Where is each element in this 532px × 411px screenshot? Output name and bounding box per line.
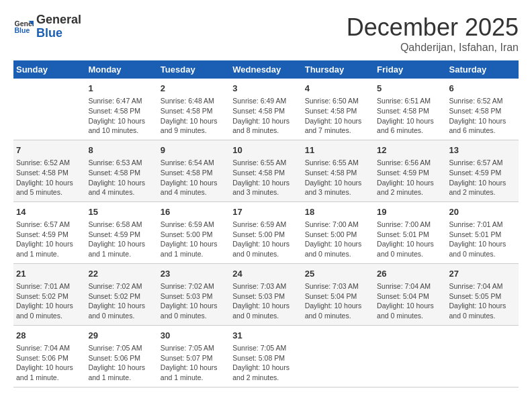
calendar-cell: 10Sunrise: 6:55 AMSunset: 4:58 PMDayligh… <box>230 140 302 201</box>
calendar-row: 21Sunrise: 7:01 AMSunset: 5:02 PMDayligh… <box>13 263 519 325</box>
calendar-cell: 25Sunrise: 7:03 AMSunset: 5:04 PMDayligh… <box>302 263 374 325</box>
day-info: Sunrise: 6:51 AMSunset: 4:58 PMDaylight:… <box>377 96 443 136</box>
day-info: Sunrise: 6:47 AMSunset: 4:58 PMDaylight:… <box>88 96 154 136</box>
calendar-cell: 6Sunrise: 6:52 AMSunset: 4:58 PMDaylight… <box>447 79 519 140</box>
day-number: 11 <box>305 144 371 156</box>
calendar-cell: 13Sunrise: 6:57 AMSunset: 4:59 PMDayligh… <box>447 140 519 201</box>
day-info: Sunrise: 7:05 AMSunset: 5:06 PMDaylight:… <box>88 343 154 383</box>
logo-icon: General Blue <box>13 17 34 37</box>
calendar-row: 14Sunrise: 6:57 AMSunset: 4:59 PMDayligh… <box>13 201 519 263</box>
day-info: Sunrise: 7:00 AMSunset: 5:00 PMDaylight:… <box>305 220 371 259</box>
day-number: 10 <box>232 144 299 156</box>
calendar-cell <box>447 325 519 387</box>
day-number: 17 <box>232 206 299 218</box>
day-number: 20 <box>449 206 516 218</box>
calendar-cell: 5Sunrise: 6:51 AMSunset: 4:58 PMDaylight… <box>374 79 446 140</box>
day-info: Sunrise: 6:53 AMSunset: 4:58 PMDaylight:… <box>88 158 154 197</box>
day-info: Sunrise: 6:54 AMSunset: 4:58 PMDaylight:… <box>161 158 227 197</box>
logo-line2: Blue <box>36 27 81 40</box>
calendar-cell: 16Sunrise: 6:59 AMSunset: 5:00 PMDayligh… <box>158 201 230 263</box>
day-number: 25 <box>305 268 371 280</box>
page-header: General Blue General Blue December 2025 … <box>13 13 519 54</box>
day-info: Sunrise: 6:48 AMSunset: 4:58 PMDaylight:… <box>161 96 227 136</box>
calendar-cell: 3Sunrise: 6:49 AMSunset: 4:58 PMDaylight… <box>230 79 302 140</box>
day-info: Sunrise: 7:01 AMSunset: 5:01 PMDaylight:… <box>449 220 516 259</box>
calendar-cell: 2Sunrise: 6:48 AMSunset: 4:58 PMDaylight… <box>158 79 230 140</box>
day-number: 16 <box>161 206 227 218</box>
day-info: Sunrise: 6:56 AMSunset: 4:59 PMDaylight:… <box>377 158 443 197</box>
day-number: 13 <box>449 144 516 156</box>
calendar-cell: 21Sunrise: 7:01 AMSunset: 5:02 PMDayligh… <box>13 263 85 325</box>
day-info: Sunrise: 6:52 AMSunset: 4:58 PMDaylight:… <box>449 96 516 136</box>
calendar-cell: 23Sunrise: 7:02 AMSunset: 5:03 PMDayligh… <box>158 263 230 325</box>
calendar-table: SundayMondayTuesdayWednesdayThursdayFrid… <box>13 60 519 387</box>
day-number: 8 <box>88 144 154 156</box>
calendar-cell: 29Sunrise: 7:05 AMSunset: 5:06 PMDayligh… <box>85 325 157 387</box>
day-number: 6 <box>449 83 516 95</box>
calendar-cell <box>302 325 374 387</box>
day-info: Sunrise: 7:03 AMSunset: 5:04 PMDaylight:… <box>305 281 371 321</box>
header-sunday: Sunday <box>13 60 85 79</box>
day-number: 7 <box>16 144 83 156</box>
day-info: Sunrise: 7:05 AMSunset: 5:08 PMDaylight:… <box>232 343 299 383</box>
day-number: 3 <box>232 83 299 95</box>
day-number: 23 <box>161 268 227 280</box>
header-monday: Monday <box>85 60 157 79</box>
day-info: Sunrise: 7:05 AMSunset: 5:07 PMDaylight:… <box>161 343 227 383</box>
day-info: Sunrise: 7:00 AMSunset: 5:01 PMDaylight:… <box>377 220 443 259</box>
day-info: Sunrise: 7:02 AMSunset: 5:03 PMDaylight:… <box>161 281 227 321</box>
day-info: Sunrise: 6:59 AMSunset: 5:00 PMDaylight:… <box>232 220 299 259</box>
day-info: Sunrise: 6:57 AMSunset: 4:59 PMDaylight:… <box>16 220 83 259</box>
header-friday: Friday <box>374 60 446 79</box>
calendar-cell: 24Sunrise: 7:03 AMSunset: 5:03 PMDayligh… <box>230 263 302 325</box>
calendar-cell <box>13 79 85 140</box>
day-number: 12 <box>377 144 443 156</box>
day-number: 26 <box>377 268 443 280</box>
calendar-cell: 20Sunrise: 7:01 AMSunset: 5:01 PMDayligh… <box>447 201 519 263</box>
calendar-cell: 12Sunrise: 6:56 AMSunset: 4:59 PMDayligh… <box>374 140 446 201</box>
calendar-cell: 11Sunrise: 6:55 AMSunset: 4:58 PMDayligh… <box>302 140 374 201</box>
header-wednesday: Wednesday <box>230 60 302 79</box>
day-number: 4 <box>305 83 371 95</box>
calendar-cell: 27Sunrise: 7:04 AMSunset: 5:05 PMDayligh… <box>447 263 519 325</box>
calendar-cell: 31Sunrise: 7:05 AMSunset: 5:08 PMDayligh… <box>230 325 302 387</box>
day-number: 1 <box>88 83 154 95</box>
calendar-cell: 9Sunrise: 6:54 AMSunset: 4:58 PMDaylight… <box>158 140 230 201</box>
day-info: Sunrise: 6:57 AMSunset: 4:59 PMDaylight:… <box>449 158 516 197</box>
day-info: Sunrise: 6:58 AMSunset: 4:59 PMDaylight:… <box>88 220 154 259</box>
logo: General Blue General Blue <box>13 13 81 40</box>
calendar-row: 28Sunrise: 7:04 AMSunset: 5:06 PMDayligh… <box>13 325 519 387</box>
day-info: Sunrise: 7:01 AMSunset: 5:02 PMDaylight:… <box>16 281 83 321</box>
day-number: 9 <box>161 144 227 156</box>
day-number: 29 <box>88 330 154 342</box>
day-number: 5 <box>377 83 443 95</box>
day-info: Sunrise: 6:55 AMSunset: 4:58 PMDaylight:… <box>232 158 299 197</box>
day-info: Sunrise: 6:55 AMSunset: 4:58 PMDaylight:… <box>305 158 371 197</box>
calendar-cell: 14Sunrise: 6:57 AMSunset: 4:59 PMDayligh… <box>13 201 85 263</box>
calendar-cell: 18Sunrise: 7:00 AMSunset: 5:00 PMDayligh… <box>302 201 374 263</box>
calendar-cell <box>374 325 446 387</box>
day-info: Sunrise: 7:03 AMSunset: 5:03 PMDaylight:… <box>232 281 299 321</box>
day-number: 14 <box>16 206 83 218</box>
day-info: Sunrise: 7:04 AMSunset: 5:04 PMDaylight:… <box>377 281 443 321</box>
day-number: 19 <box>377 206 443 218</box>
day-info: Sunrise: 7:04 AMSunset: 5:05 PMDaylight:… <box>449 281 516 321</box>
calendar-cell: 28Sunrise: 7:04 AMSunset: 5:06 PMDayligh… <box>13 325 85 387</box>
calendar-header-row: SundayMondayTuesdayWednesdayThursdayFrid… <box>13 60 519 79</box>
day-number: 18 <box>305 206 371 218</box>
header-thursday: Thursday <box>302 60 374 79</box>
day-info: Sunrise: 6:52 AMSunset: 4:58 PMDaylight:… <box>16 158 83 197</box>
calendar-row: 7Sunrise: 6:52 AMSunset: 4:58 PMDaylight… <box>13 140 519 201</box>
calendar-cell: 8Sunrise: 6:53 AMSunset: 4:58 PMDaylight… <box>85 140 157 201</box>
day-number: 27 <box>449 268 516 280</box>
day-info: Sunrise: 7:02 AMSunset: 5:02 PMDaylight:… <box>88 281 154 321</box>
calendar-cell: 30Sunrise: 7:05 AMSunset: 5:07 PMDayligh… <box>158 325 230 387</box>
day-number: 22 <box>88 268 154 280</box>
calendar-title: December 2025 <box>347 13 519 42</box>
day-number: 28 <box>16 330 83 342</box>
day-info: Sunrise: 6:59 AMSunset: 5:00 PMDaylight:… <box>161 220 227 259</box>
day-info: Sunrise: 7:04 AMSunset: 5:06 PMDaylight:… <box>16 343 83 383</box>
calendar-cell: 4Sunrise: 6:50 AMSunset: 4:58 PMDaylight… <box>302 79 374 140</box>
logo-line1: General <box>36 13 81 27</box>
calendar-cell: 15Sunrise: 6:58 AMSunset: 4:59 PMDayligh… <box>85 201 157 263</box>
